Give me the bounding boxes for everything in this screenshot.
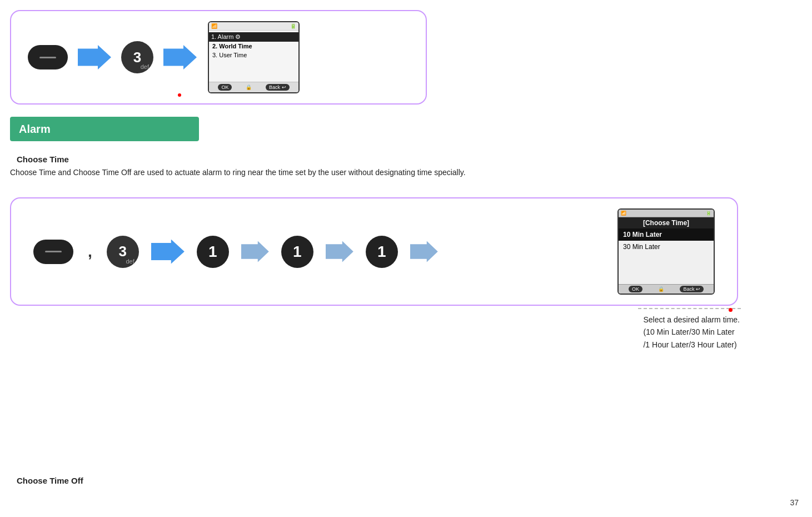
ok-button-bottom: OK	[629, 286, 642, 292]
arrow-b2	[241, 241, 269, 262]
choose-time-title: [Choose Time]	[619, 217, 714, 228]
top-instruction-box: 3 def 📶 🔋 1. Alarm ⚙ 2. World Time 3. Us…	[10, 10, 427, 105]
ok-button-top: OK	[218, 84, 232, 91]
num-badge-3-b: 3 def	[107, 236, 139, 268]
arrow-b3	[326, 241, 353, 262]
signal-icon: 📶	[211, 23, 217, 29]
phone-status-bar: 📶 🔋	[209, 22, 298, 31]
back-button-top: Back ↩	[266, 84, 290, 91]
page-number: 37	[790, 498, 799, 507]
nav-sequence-top: 3 def	[28, 41, 197, 73]
dashed-line	[638, 308, 741, 309]
badge-subscript: def	[141, 63, 149, 70]
choose-time-heading: Choose Time	[17, 155, 69, 164]
pill-line-2	[45, 251, 62, 252]
battery-icon-2: 🔋	[706, 211, 711, 216]
back-button-bottom: Back ↩	[680, 286, 704, 292]
choose-time-description: Choose Time and Choose Time Off are used…	[10, 167, 594, 178]
red-dot-bottom	[729, 308, 733, 312]
arrow-1	[78, 45, 111, 69]
num-badge-3: 3 def	[121, 41, 153, 73]
menu-item-world-time: 2. World Time	[212, 42, 295, 51]
pill-line	[39, 57, 56, 58]
signal-icon-2: 📶	[621, 211, 626, 216]
back-pill-button-2	[33, 240, 73, 264]
phone-screen-top: 📶 🔋 1. Alarm ⚙ 2. World Time 3. User Tim…	[208, 21, 300, 93]
phone-status-bar-2: 📶 🔋	[619, 210, 714, 217]
circle-num-1a: 1	[197, 236, 229, 268]
alarm-section-header: Alarm	[10, 117, 199, 141]
option-30-min: 30 Min Later	[619, 241, 714, 253]
lock-icon: 🔒	[246, 84, 252, 90]
arrow-b1	[151, 240, 185, 264]
select-alarm-line1: Select a desired alarm time.	[643, 314, 740, 326]
alarm-header-text: Alarm	[19, 123, 51, 136]
select-alarm-line2: (10 Min Later/30 Min Later	[643, 326, 740, 338]
red-dot-top	[178, 93, 181, 97]
menu-item-alarm: 1. Alarm ⚙	[209, 32, 298, 42]
circle-num-1c: 1	[366, 236, 398, 268]
circle-num-1b: 1	[281, 236, 313, 268]
badge-subscript-b: def	[126, 258, 134, 265]
phone-screen-bottom: 📶 🔋 [Choose Time] 10 Min Later 30 Min La…	[617, 208, 715, 295]
select-alarm-line3: /1 Hour Later/3 Hour Later)	[643, 339, 740, 351]
phone-footer-bottom: OK 🔒 Back ↩	[619, 284, 714, 294]
arrow-b4	[410, 241, 438, 262]
phone-menu: 1. Alarm ⚙ 2. World Time 3. User Time	[209, 31, 298, 82]
choose-time-off-heading: Choose Time Off	[17, 476, 83, 485]
battery-icon: 🔋	[290, 23, 296, 29]
arrow-2	[163, 45, 197, 69]
back-pill-button	[28, 45, 68, 69]
select-alarm-text: Select a desired alarm time. (10 Min Lat…	[643, 314, 740, 351]
lock-icon-2: 🔒	[658, 286, 664, 292]
phone-footer-top: OK 🔒 Back ↩	[209, 82, 298, 92]
comma-separator: ,	[88, 243, 92, 261]
bottom-instruction-box: , 3 def 1 1 1 📶 🔋 [Choose Time] 10 Min L…	[10, 197, 738, 306]
option-10-min: 10 Min Later	[619, 228, 714, 241]
menu-item-user-time: 3. User Time	[212, 51, 295, 59]
